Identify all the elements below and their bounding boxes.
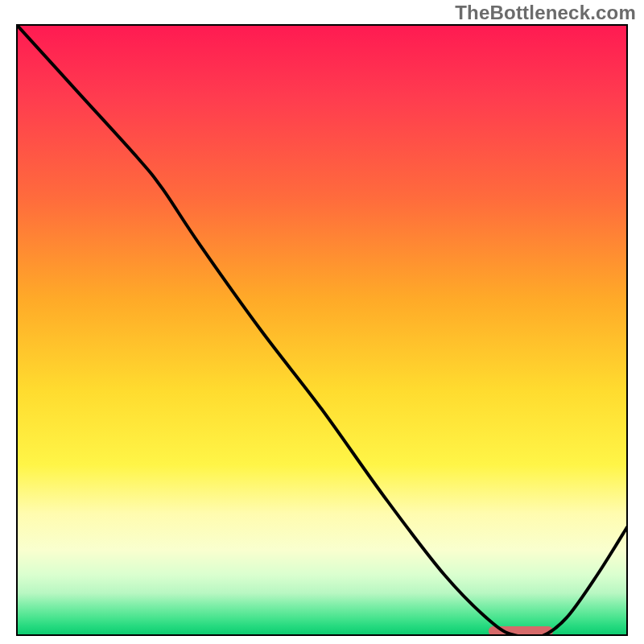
- chart-container: TheBottleneck.com: [0, 0, 644, 644]
- plot-area: [16, 24, 628, 636]
- bottleneck-curve: [16, 24, 628, 636]
- plot-inner: [16, 24, 628, 636]
- watermark-text: TheBottleneck.com: [455, 2, 636, 24]
- overlay-svg: [16, 24, 628, 636]
